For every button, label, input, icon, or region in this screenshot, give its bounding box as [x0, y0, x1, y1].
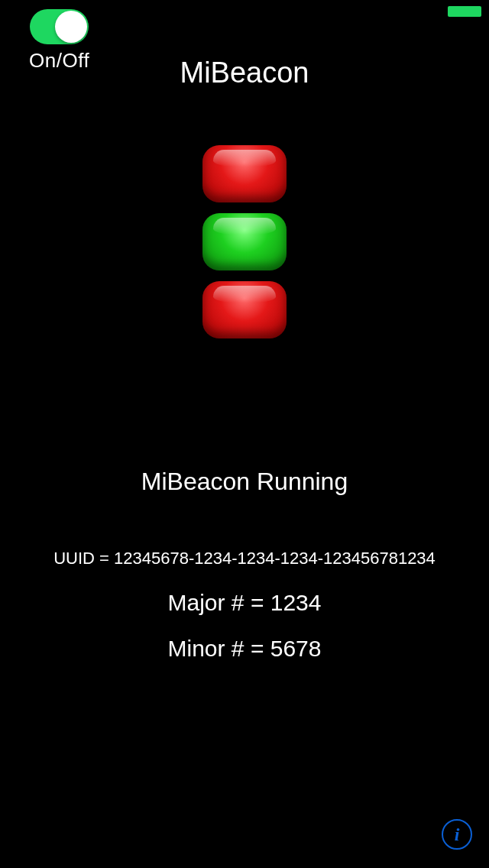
- info-icon: i: [455, 825, 460, 844]
- app-title: MiBeacon: [0, 57, 489, 89]
- major-value: Major # = 1234: [0, 590, 489, 616]
- info-button[interactable]: i: [442, 819, 472, 850]
- indicator-light-1: [202, 145, 287, 202]
- battery-icon: [448, 6, 481, 17]
- toggle-knob: [55, 11, 87, 43]
- minor-value: Minor # = 5678: [0, 636, 489, 662]
- indicator-stack: [202, 145, 287, 338]
- indicator-light-3: [202, 281, 287, 338]
- status-text: MiBeacon Running: [0, 468, 489, 496]
- indicator-light-2: [202, 213, 287, 270]
- uuid-value: UUID = 12345678-1234-1234-1234-123456781…: [0, 549, 489, 568]
- power-toggle[interactable]: [30, 9, 89, 44]
